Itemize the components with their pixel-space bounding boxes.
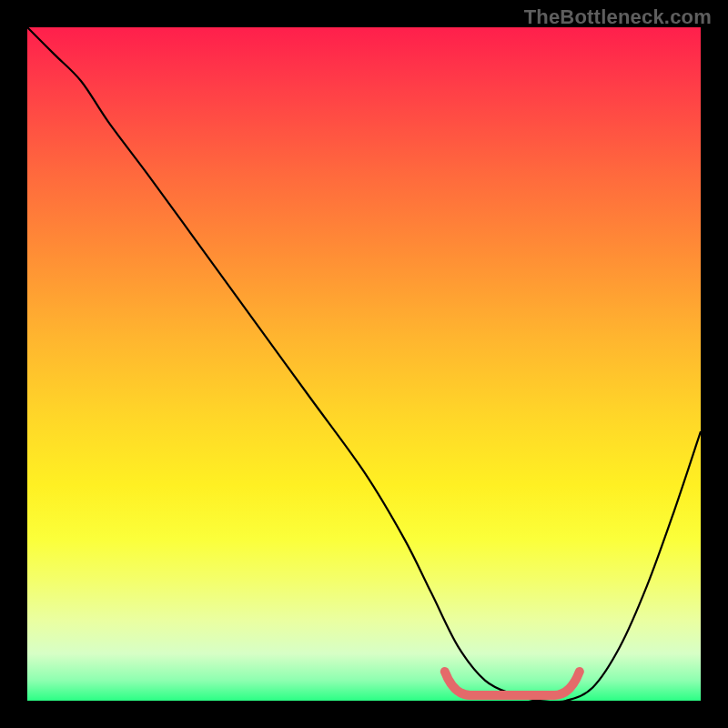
curve-layer xyxy=(27,27,701,701)
watermark-text: TheBottleneck.com xyxy=(524,5,712,29)
plot-area xyxy=(27,27,701,701)
optimal-band-right xyxy=(554,672,580,695)
optimal-band-left xyxy=(445,672,470,695)
bottleneck-curve xyxy=(27,27,701,701)
outer-frame: TheBottleneck.com xyxy=(0,0,728,728)
